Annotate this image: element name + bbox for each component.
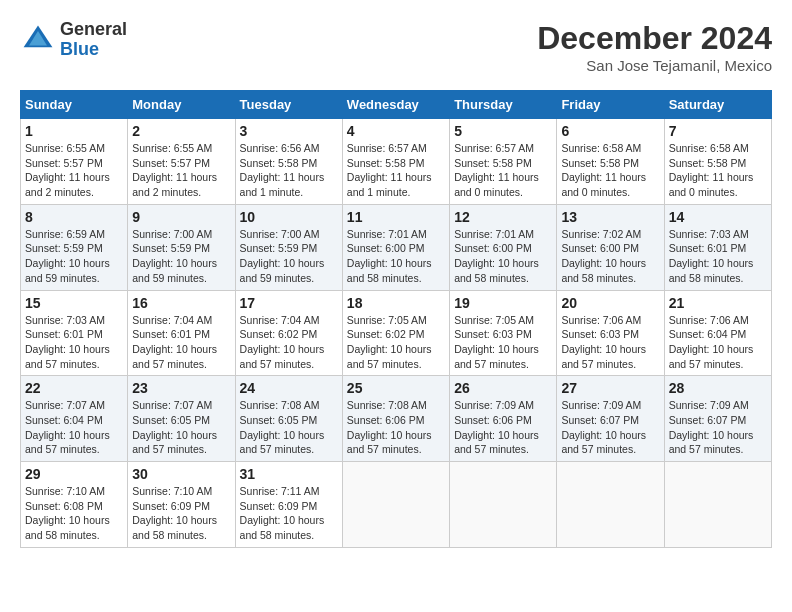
calendar-day-cell: 15Sunrise: 7:03 AMSunset: 6:01 PMDayligh… (21, 290, 128, 376)
calendar-day-header: Wednesday (342, 91, 449, 119)
calendar-week-row: 22Sunrise: 7:07 AMSunset: 6:04 PMDayligh… (21, 376, 772, 462)
calendar-day-cell: 4Sunrise: 6:57 AMSunset: 5:58 PMDaylight… (342, 119, 449, 205)
day-number: 10 (240, 209, 338, 225)
day-info: Sunrise: 6:55 AMSunset: 5:57 PMDaylight:… (25, 141, 123, 200)
calendar-day-cell (450, 462, 557, 548)
day-number: 8 (25, 209, 123, 225)
calendar-day-cell: 9Sunrise: 7:00 AMSunset: 5:59 PMDaylight… (128, 204, 235, 290)
calendar-day-cell: 29Sunrise: 7:10 AMSunset: 6:08 PMDayligh… (21, 462, 128, 548)
day-number: 17 (240, 295, 338, 311)
day-info: Sunrise: 7:10 AMSunset: 6:09 PMDaylight:… (132, 484, 230, 543)
day-info: Sunrise: 7:09 AMSunset: 6:07 PMDaylight:… (561, 398, 659, 457)
calendar-day-cell: 10Sunrise: 7:00 AMSunset: 5:59 PMDayligh… (235, 204, 342, 290)
logo-blue-text: Blue (60, 40, 127, 60)
day-number: 4 (347, 123, 445, 139)
calendar-day-cell: 19Sunrise: 7:05 AMSunset: 6:03 PMDayligh… (450, 290, 557, 376)
calendar-day-cell: 25Sunrise: 7:08 AMSunset: 6:06 PMDayligh… (342, 376, 449, 462)
day-number: 13 (561, 209, 659, 225)
calendar-day-cell: 12Sunrise: 7:01 AMSunset: 6:00 PMDayligh… (450, 204, 557, 290)
logo: General Blue (20, 20, 127, 60)
day-number: 29 (25, 466, 123, 482)
day-info: Sunrise: 7:08 AMSunset: 6:05 PMDaylight:… (240, 398, 338, 457)
calendar-week-row: 1Sunrise: 6:55 AMSunset: 5:57 PMDaylight… (21, 119, 772, 205)
day-info: Sunrise: 7:11 AMSunset: 6:09 PMDaylight:… (240, 484, 338, 543)
day-number: 3 (240, 123, 338, 139)
day-number: 7 (669, 123, 767, 139)
subtitle: San Jose Tejamanil, Mexico (537, 57, 772, 74)
day-number: 16 (132, 295, 230, 311)
calendar-day-cell: 26Sunrise: 7:09 AMSunset: 6:06 PMDayligh… (450, 376, 557, 462)
day-number: 22 (25, 380, 123, 396)
day-info: Sunrise: 7:06 AMSunset: 6:04 PMDaylight:… (669, 313, 767, 372)
calendar-day-header: Monday (128, 91, 235, 119)
day-number: 19 (454, 295, 552, 311)
day-info: Sunrise: 7:02 AMSunset: 6:00 PMDaylight:… (561, 227, 659, 286)
day-number: 31 (240, 466, 338, 482)
calendar-day-cell: 3Sunrise: 6:56 AMSunset: 5:58 PMDaylight… (235, 119, 342, 205)
day-info: Sunrise: 6:58 AMSunset: 5:58 PMDaylight:… (561, 141, 659, 200)
day-info: Sunrise: 7:10 AMSunset: 6:08 PMDaylight:… (25, 484, 123, 543)
day-info: Sunrise: 7:07 AMSunset: 6:04 PMDaylight:… (25, 398, 123, 457)
day-number: 21 (669, 295, 767, 311)
calendar-day-header: Thursday (450, 91, 557, 119)
day-number: 25 (347, 380, 445, 396)
calendar-day-cell (664, 462, 771, 548)
day-number: 28 (669, 380, 767, 396)
calendar-day-header: Sunday (21, 91, 128, 119)
day-number: 9 (132, 209, 230, 225)
day-info: Sunrise: 7:05 AMSunset: 6:03 PMDaylight:… (454, 313, 552, 372)
day-number: 5 (454, 123, 552, 139)
day-number: 12 (454, 209, 552, 225)
calendar-day-header: Tuesday (235, 91, 342, 119)
day-info: Sunrise: 7:04 AMSunset: 6:01 PMDaylight:… (132, 313, 230, 372)
day-number: 18 (347, 295, 445, 311)
day-info: Sunrise: 7:04 AMSunset: 6:02 PMDaylight:… (240, 313, 338, 372)
day-info: Sunrise: 7:09 AMSunset: 6:06 PMDaylight:… (454, 398, 552, 457)
day-info: Sunrise: 7:08 AMSunset: 6:06 PMDaylight:… (347, 398, 445, 457)
day-number: 2 (132, 123, 230, 139)
day-info: Sunrise: 7:03 AMSunset: 6:01 PMDaylight:… (669, 227, 767, 286)
calendar-day-cell: 22Sunrise: 7:07 AMSunset: 6:04 PMDayligh… (21, 376, 128, 462)
calendar-day-cell: 28Sunrise: 7:09 AMSunset: 6:07 PMDayligh… (664, 376, 771, 462)
day-info: Sunrise: 7:01 AMSunset: 6:00 PMDaylight:… (454, 227, 552, 286)
day-info: Sunrise: 6:59 AMSunset: 5:59 PMDaylight:… (25, 227, 123, 286)
day-number: 14 (669, 209, 767, 225)
page-header: General Blue December 2024 San Jose Teja… (20, 20, 772, 74)
calendar-day-header: Friday (557, 91, 664, 119)
calendar-day-cell: 23Sunrise: 7:07 AMSunset: 6:05 PMDayligh… (128, 376, 235, 462)
logo-icon (20, 22, 56, 58)
day-number: 23 (132, 380, 230, 396)
logo-text: General Blue (60, 20, 127, 60)
calendar-day-cell (557, 462, 664, 548)
calendar-day-cell: 21Sunrise: 7:06 AMSunset: 6:04 PMDayligh… (664, 290, 771, 376)
calendar-day-header: Saturday (664, 91, 771, 119)
calendar-table: SundayMondayTuesdayWednesdayThursdayFrid… (20, 90, 772, 548)
day-info: Sunrise: 7:01 AMSunset: 6:00 PMDaylight:… (347, 227, 445, 286)
day-info: Sunrise: 6:55 AMSunset: 5:57 PMDaylight:… (132, 141, 230, 200)
day-number: 27 (561, 380, 659, 396)
calendar-day-cell: 11Sunrise: 7:01 AMSunset: 6:00 PMDayligh… (342, 204, 449, 290)
calendar-day-cell: 27Sunrise: 7:09 AMSunset: 6:07 PMDayligh… (557, 376, 664, 462)
day-number: 1 (25, 123, 123, 139)
calendar-week-row: 29Sunrise: 7:10 AMSunset: 6:08 PMDayligh… (21, 462, 772, 548)
day-info: Sunrise: 7:09 AMSunset: 6:07 PMDaylight:… (669, 398, 767, 457)
calendar-day-cell: 7Sunrise: 6:58 AMSunset: 5:58 PMDaylight… (664, 119, 771, 205)
calendar-day-cell: 2Sunrise: 6:55 AMSunset: 5:57 PMDaylight… (128, 119, 235, 205)
day-number: 6 (561, 123, 659, 139)
calendar-day-cell: 6Sunrise: 6:58 AMSunset: 5:58 PMDaylight… (557, 119, 664, 205)
day-number: 20 (561, 295, 659, 311)
calendar-day-cell: 8Sunrise: 6:59 AMSunset: 5:59 PMDaylight… (21, 204, 128, 290)
day-number: 11 (347, 209, 445, 225)
calendar-day-cell: 20Sunrise: 7:06 AMSunset: 6:03 PMDayligh… (557, 290, 664, 376)
calendar-day-cell: 5Sunrise: 6:57 AMSunset: 5:58 PMDaylight… (450, 119, 557, 205)
calendar-day-cell: 13Sunrise: 7:02 AMSunset: 6:00 PMDayligh… (557, 204, 664, 290)
calendar-day-cell: 1Sunrise: 6:55 AMSunset: 5:57 PMDaylight… (21, 119, 128, 205)
calendar-day-cell: 14Sunrise: 7:03 AMSunset: 6:01 PMDayligh… (664, 204, 771, 290)
calendar-day-cell: 31Sunrise: 7:11 AMSunset: 6:09 PMDayligh… (235, 462, 342, 548)
title-section: December 2024 San Jose Tejamanil, Mexico (537, 20, 772, 74)
calendar-week-row: 15Sunrise: 7:03 AMSunset: 6:01 PMDayligh… (21, 290, 772, 376)
calendar-day-cell: 16Sunrise: 7:04 AMSunset: 6:01 PMDayligh… (128, 290, 235, 376)
day-info: Sunrise: 6:57 AMSunset: 5:58 PMDaylight:… (347, 141, 445, 200)
day-number: 15 (25, 295, 123, 311)
calendar-week-row: 8Sunrise: 6:59 AMSunset: 5:59 PMDaylight… (21, 204, 772, 290)
